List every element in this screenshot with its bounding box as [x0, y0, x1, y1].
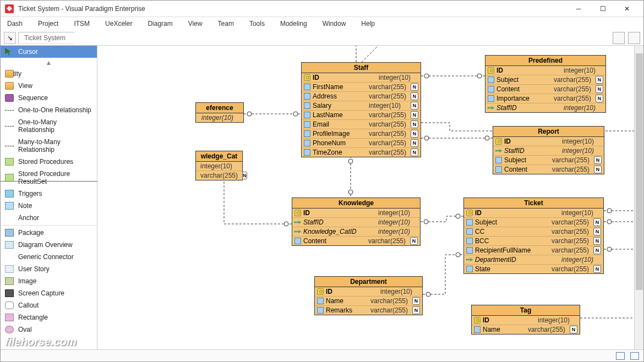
palette-view[interactable]: View — [1, 80, 97, 92]
chat-icon[interactable] — [630, 352, 639, 360]
entity-column[interactable]: Salaryinteger(10)N — [302, 101, 421, 111]
palette-note[interactable]: Note — [1, 200, 97, 212]
entity-column[interactable]: Subjectvarchar(255)N — [493, 156, 604, 165]
entity-column[interactable]: StaffIDinteger(10) — [485, 103, 605, 112]
palette-cursor[interactable]: Cursor — [1, 46, 97, 58]
entity-column[interactable]: StaffIDinteger(10) — [292, 218, 420, 227]
entity-column[interactable]: Subjectvarchar(255)N — [464, 218, 603, 227]
entity-column[interactable]: Namevarchar(255)N — [472, 325, 580, 334]
entity-column[interactable]: ProfileImagevarchar(255)N — [302, 129, 421, 139]
entity-column[interactable]: Subjectvarchar(255)N — [485, 75, 605, 85]
entity-column[interactable]: RecipientFullNamevarchar(255)N — [464, 246, 603, 255]
menu-help[interactable]: Help — [361, 20, 375, 28]
palette-one-to-many-relationship[interactable]: One-to-Many Relationship — [1, 116, 97, 136]
breadcrumb[interactable]: Ticket System — [18, 32, 80, 44]
menu-window[interactable]: Window — [323, 20, 346, 28]
palette-user-story[interactable]: User Story — [1, 263, 97, 275]
entity-wledge_cat[interactable]: wledge_Catinteger(10)varchar(255)N — [195, 151, 243, 180]
palette-generic-connector[interactable]: Generic Connector — [1, 251, 97, 263]
palette-collapse[interactable]: ▲ — [1, 58, 97, 68]
entity-eference[interactable]: eferenceinteger(10) — [195, 102, 244, 123]
mail-icon[interactable] — [616, 352, 625, 360]
palette-triggers[interactable]: Triggers — [1, 188, 97, 200]
entity-department[interactable]: DepartmentIDinteger(10)Namevarchar(255)N… — [314, 276, 423, 315]
column-type: integer(10) — [378, 218, 418, 226]
entity-column[interactable]: IDinteger(10) — [485, 66, 605, 75]
maximize-button[interactable]: ☐ — [591, 1, 615, 17]
palette-stored-procedure-resultset[interactable]: Stored Procedure ResultSet — [1, 168, 97, 188]
vertical-scrollbar[interactable] — [634, 46, 643, 349]
entity-column[interactable]: Remarksvarchar(255)N — [315, 306, 422, 315]
palette-sequence[interactable]: Sequence — [1, 92, 97, 104]
svg-point-8 — [424, 136, 429, 140]
entity-column[interactable]: integer(10) — [196, 162, 242, 171]
entity-column[interactable]: Importancevarchar(255)N — [485, 94, 605, 103]
nullable-badge: N — [593, 237, 601, 245]
menu-project[interactable]: Project — [38, 20, 58, 28]
close-button[interactable]: ✕ — [615, 1, 639, 17]
entity-ticket[interactable]: TicketIDinteger(10)Subjectvarchar(255)NC… — [463, 198, 604, 274]
column-type: integer(10) — [380, 288, 420, 295]
entity-predefined[interactable]: PredefinedIDinteger(10)Subjectvarchar(25… — [485, 55, 606, 113]
cap-icon — [5, 289, 14, 297]
entity-column[interactable]: Addressvarchar(255)N — [302, 92, 421, 101]
entity-column[interactable]: TimeZonevarchar(255)N — [302, 148, 421, 157]
svg-point-9 — [456, 214, 460, 218]
palette-one-to-one-relationship[interactable]: One-to-One Relationship — [1, 104, 97, 116]
palette-label: User Story — [18, 265, 50, 273]
menu-tools[interactable]: Tools — [249, 20, 265, 28]
palette-stored-procedures[interactable]: Stored Procedures — [1, 156, 97, 168]
entity-column[interactable]: Contentvarchar(255)N — [292, 237, 420, 245]
column-name: ID — [475, 209, 559, 217]
entity-column[interactable]: IDinteger(10) — [315, 287, 422, 297]
menu-itsm[interactable]: ITSM — [74, 20, 90, 28]
entity-column[interactable]: IDinteger(10) — [472, 316, 580, 325]
palette-callout[interactable]: Callout — [1, 299, 97, 311]
menu-modeling[interactable]: Modeling — [280, 20, 307, 28]
menu-view[interactable]: View — [188, 20, 203, 28]
palette-package[interactable]: Package — [1, 227, 97, 239]
entity-knowledge[interactable]: KnowledgeIDinteger(10)StaffIDinteger(10)… — [292, 198, 421, 246]
entity-column[interactable]: Namevarchar(255)N — [315, 297, 422, 306]
entity-column[interactable]: IDinteger(10) — [302, 73, 421, 83]
new-diagram-icon[interactable] — [628, 32, 640, 44]
palette-oval[interactable]: Oval — [1, 323, 97, 336]
palette-image[interactable]: Image — [1, 275, 97, 287]
layout-tool-icon[interactable] — [613, 32, 625, 44]
entity-tag[interactable]: TagIDinteger(10)Namevarchar(255)N — [471, 305, 580, 334]
entity-column[interactable]: IDinteger(10) — [292, 209, 420, 218]
palette-screen-capture[interactable]: Screen Capture — [1, 287, 97, 299]
menu-team[interactable]: Team — [218, 20, 234, 28]
entity-report[interactable]: ReportIDinteger(10)StaffIDinteger(10)Sub… — [493, 126, 604, 174]
menu-uexceler[interactable]: UeXceler — [105, 20, 132, 28]
entity-column[interactable]: integer(10) — [196, 113, 243, 122]
entity-column[interactable]: Emailvarchar(255)N — [302, 120, 421, 129]
nav-back-button[interactable]: ↘ — [4, 32, 16, 44]
entity-column[interactable]: PhoneNumvarchar(255)N — [302, 139, 421, 148]
palette-rectangle[interactable]: Rectangle — [1, 311, 97, 323]
entity-column[interactable]: varchar(255)N — [196, 171, 242, 180]
entity-column[interactable]: Contentvarchar(255)N — [485, 85, 605, 94]
entity-column[interactable]: BCCvarchar(255)N — [464, 237, 603, 246]
entity-column[interactable]: LastNamevarchar(255)N — [302, 111, 421, 120]
entity-staff[interactable]: StaffIDinteger(10)FirstNamevarchar(255)N… — [301, 62, 421, 157]
palette-many-to-many-relationship[interactable]: Many-to-Many Relationship — [1, 136, 97, 156]
column-name: ID — [504, 138, 560, 145]
entity-column[interactable]: Knowledge_CatIDinteger(10) — [292, 227, 420, 237]
palette-diagram-overview[interactable]: Diagram Overview — [1, 239, 97, 251]
column-type: integer(10) — [538, 316, 577, 324]
entity-column[interactable]: FirstNamevarchar(255)N — [302, 83, 421, 92]
entity-column[interactable]: IDinteger(10) — [493, 137, 604, 146]
minimize-button[interactable]: ─ — [566, 1, 591, 17]
palette-entity[interactable]: Entity — [1, 68, 97, 80]
palette-anchor[interactable]: Anchor — [1, 212, 97, 224]
entity-column[interactable]: Statevarchar(255)N — [464, 265, 603, 273]
diagram-canvas[interactable]: StaffIDinteger(10)FirstNamevarchar(255)N… — [97, 46, 643, 349]
entity-column[interactable]: Contentvarchar(255)N — [493, 165, 604, 174]
menu-diagram[interactable]: Diagram — [148, 20, 172, 28]
entity-column[interactable]: StaffIDinteger(10) — [493, 146, 604, 156]
menu-dash[interactable]: Dash — [7, 20, 23, 28]
entity-column[interactable]: CCvarchar(255)N — [464, 227, 603, 237]
entity-column[interactable]: DepartmentIDinteger(10) — [464, 255, 603, 265]
entity-column[interactable]: IDinteger(10) — [464, 209, 603, 218]
